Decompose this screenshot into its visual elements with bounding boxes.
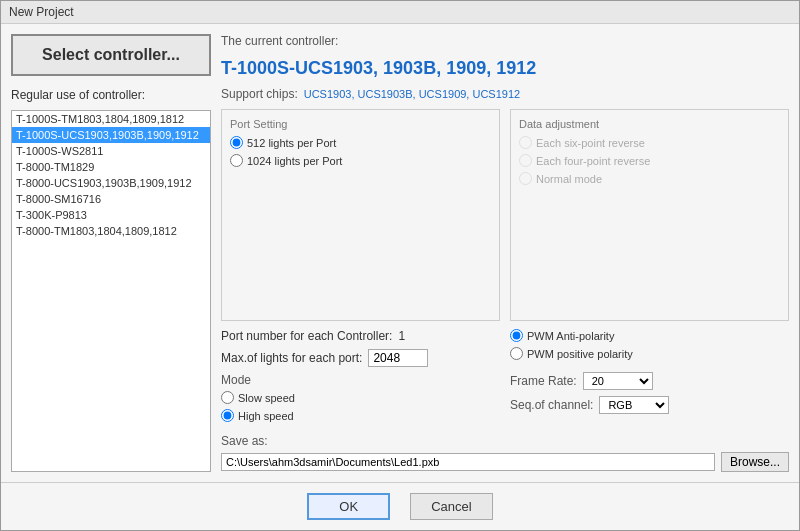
controller-list: T-1000S-TM1803,1804,1809,1812T-1000S-UCS… — [11, 110, 211, 472]
high-speed-label: High speed — [238, 410, 294, 422]
port-512-radio[interactable] — [230, 136, 243, 149]
pwm-group: PWM Anti-polarity PWM positive polarity — [510, 329, 789, 360]
pwm-anti-label: PWM Anti-polarity — [527, 330, 614, 342]
footer: OK Cancel — [1, 482, 799, 530]
save-as-row: Browse... — [221, 452, 789, 472]
window-title: New Project — [9, 5, 74, 19]
port-setting-title: Port Setting — [230, 118, 491, 130]
normal-mode-radio[interactable] — [519, 172, 532, 185]
port-512-option[interactable]: 512 lights per Port — [230, 136, 491, 149]
normal-mode-label: Normal mode — [536, 173, 602, 185]
high-speed-radio[interactable] — [221, 409, 234, 422]
list-item[interactable]: T-8000-SM16716 — [12, 191, 210, 207]
current-controller-label: The current controller: — [221, 34, 789, 48]
max-lights-row: Max.of lights for each port: — [221, 349, 500, 367]
right-panel: The current controller: T-1000S-UCS1903,… — [221, 34, 789, 472]
list-item[interactable]: T-300K-P9813 — [12, 207, 210, 223]
port-number-label: Port number for each Controller: — [221, 329, 392, 343]
current-controller-name: T-1000S-UCS1903, 1903B, 1909, 1912 — [221, 58, 789, 79]
right-mid: PWM Anti-polarity PWM positive polarity … — [510, 329, 789, 422]
four-point-radio[interactable] — [519, 154, 532, 167]
seq-channel-row: Seq.of channel: RGBRBGGRBGBRBRGBGR — [510, 396, 789, 414]
six-point-option[interactable]: Each six-point reverse — [519, 136, 780, 149]
high-speed-option[interactable]: High speed — [221, 409, 500, 422]
list-item[interactable]: T-1000S-WS2811 — [12, 143, 210, 159]
regular-use-label: Regular use of controller: — [11, 88, 211, 102]
content-area: Select controller... Regular use of cont… — [1, 24, 799, 482]
settings-row: Port Setting 512 lights per Port 1024 li… — [221, 109, 789, 321]
normal-mode-option[interactable]: Normal mode — [519, 172, 780, 185]
frame-rate-label: Frame Rate: — [510, 374, 577, 388]
port-setting-box: Port Setting 512 lights per Port 1024 li… — [221, 109, 500, 321]
mode-radio-group: Slow speed High speed — [221, 391, 500, 422]
data-adjustment-box: Data adjustment Each six-point reverse E… — [510, 109, 789, 321]
pwm-anti-option[interactable]: PWM Anti-polarity — [510, 329, 789, 342]
cancel-button[interactable]: Cancel — [410, 493, 492, 520]
support-chips-row: Support chips: UCS1903, UCS1903B, UCS190… — [221, 87, 789, 101]
mid-section: Port number for each Controller: 1 Max.o… — [221, 329, 789, 422]
max-lights-label: Max.of lights for each port: — [221, 351, 362, 365]
left-mid: Port number for each Controller: 1 Max.o… — [221, 329, 500, 422]
main-window: New Project Select controller... Regular… — [0, 0, 800, 531]
ok-button[interactable]: OK — [307, 493, 390, 520]
pwm-positive-option[interactable]: PWM positive polarity — [510, 347, 789, 360]
support-chips-label: Support chips: — [221, 87, 298, 101]
slow-speed-radio[interactable] — [221, 391, 234, 404]
save-as-input[interactable] — [221, 453, 715, 471]
pwm-positive-radio[interactable] — [510, 347, 523, 360]
list-item[interactable]: T-1000S-TM1803,1804,1809,1812 — [12, 111, 210, 127]
list-item[interactable]: T-8000-TM1803,1804,1809,1812 — [12, 223, 210, 239]
list-item[interactable]: T-8000-TM1829 — [12, 159, 210, 175]
data-adjustment-radio-group: Each six-point reverse Each four-point r… — [519, 136, 780, 185]
six-point-radio[interactable] — [519, 136, 532, 149]
list-item[interactable]: T-1000S-UCS1903,1903B,1909,1912 — [12, 127, 210, 143]
browse-button[interactable]: Browse... — [721, 452, 789, 472]
port-number-row: Port number for each Controller: 1 — [221, 329, 500, 343]
port-setting-radio-group: 512 lights per Port 1024 lights per Port — [230, 136, 491, 167]
seq-channel-label: Seq.of channel: — [510, 398, 593, 412]
select-controller-button[interactable]: Select controller... — [11, 34, 211, 76]
four-point-option[interactable]: Each four-point reverse — [519, 154, 780, 167]
port-1024-radio[interactable] — [230, 154, 243, 167]
slow-speed-label: Slow speed — [238, 392, 295, 404]
save-as-section: Save as: Browse... — [221, 434, 789, 472]
save-as-label: Save as: — [221, 434, 789, 448]
pwm-anti-radio[interactable] — [510, 329, 523, 342]
port-512-label: 512 lights per Port — [247, 137, 336, 149]
port-number-value: 1 — [398, 329, 405, 343]
slow-speed-option[interactable]: Slow speed — [221, 391, 500, 404]
port-1024-label: 1024 lights per Port — [247, 155, 342, 167]
frame-rate-select[interactable]: 2025304050 — [583, 372, 653, 390]
mode-box: Mode Slow speed High speed — [221, 373, 500, 422]
six-point-label: Each six-point reverse — [536, 137, 645, 149]
list-item[interactable]: T-8000-UCS1903,1903B,1909,1912 — [12, 175, 210, 191]
port-1024-option[interactable]: 1024 lights per Port — [230, 154, 491, 167]
four-point-label: Each four-point reverse — [536, 155, 650, 167]
title-bar: New Project — [1, 1, 799, 24]
support-chips-value: UCS1903, UCS1903B, UCS1909, UCS1912 — [304, 88, 520, 100]
left-panel: Select controller... Regular use of cont… — [11, 34, 211, 472]
pwm-positive-label: PWM positive polarity — [527, 348, 633, 360]
frame-rate-row: Frame Rate: 2025304050 — [510, 372, 789, 390]
mode-title: Mode — [221, 373, 500, 387]
max-lights-input[interactable] — [368, 349, 428, 367]
seq-channel-select[interactable]: RGBRBGGRBGBRBRGBGR — [599, 396, 669, 414]
data-adjustment-title: Data adjustment — [519, 118, 780, 130]
